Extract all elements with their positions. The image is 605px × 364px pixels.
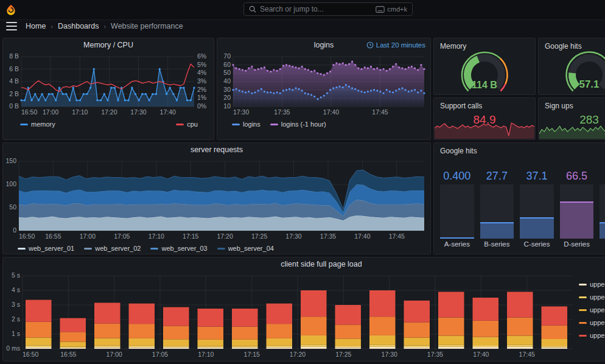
legend-item[interactable]: memory (20, 121, 55, 128)
svg-text:60: 60 (223, 61, 231, 68)
bar-gauge-column: 66.5 D-series (560, 170, 594, 250)
bar-gauge-bar (560, 184, 594, 239)
svg-text:2 s: 2 s (12, 315, 20, 323)
svg-text:17:40: 17:40 (354, 233, 370, 240)
svg-text:4%: 4% (197, 69, 206, 76)
svg-text:17:00: 17:00 (107, 351, 122, 358)
legend-item[interactable]: web_server_04 (217, 245, 274, 252)
legend-item[interactable]: web_server_02 (84, 245, 141, 252)
legend-item[interactable]: upper_90 (579, 319, 605, 326)
svg-text:16:50: 16:50 (19, 233, 35, 240)
panel-page-load: client side full page load 0 ms1 s2 s3 s… (2, 257, 605, 362)
legend-swatch-icon (150, 248, 158, 250)
clock-icon (366, 41, 374, 49)
bar-gauge-bar (600, 184, 605, 239)
breadcrumb-current-dashboard: Website performance (111, 22, 183, 30)
svg-text:6%: 6% (197, 52, 206, 60)
legend-item[interactable]: logins (-1 hour) (270, 121, 326, 128)
search-icon (249, 5, 256, 13)
bar-gauge-label (600, 240, 605, 250)
svg-text:150: 150 (5, 157, 16, 164)
panel-google-hits-bars: Google hits 0.400 A-series 27.7 B-series… (433, 142, 605, 254)
bar-gauge-label: A-series (440, 240, 474, 250)
legend-item[interactable]: web_server_03 (150, 245, 207, 252)
legend-item[interactable]: logins (232, 121, 261, 128)
svg-text:17:20: 17:20 (101, 108, 117, 116)
legend-swatch-icon (176, 124, 184, 125)
sign-ups-sparkline (539, 121, 605, 139)
bar-gauge-value: 27.7 (480, 170, 514, 184)
breadcrumb-dashboards[interactable]: Dashboards (58, 22, 99, 30)
svg-text:4 B: 4 B (9, 77, 19, 85)
top-navigation: Search or jump to... cmd+k (0, 0, 605, 20)
legend-swatch-icon (217, 248, 225, 250)
breadcrumb-home[interactable]: Home (26, 22, 46, 30)
svg-text:17:00: 17:00 (43, 108, 58, 116)
bar-gauge: 0.400 A-series 27.7 B-series 37.1 C-seri… (440, 170, 605, 250)
svg-text:1%: 1% (197, 94, 206, 101)
legend-swatch-icon (579, 296, 587, 298)
svg-text:17:40: 17:40 (323, 108, 339, 116)
svg-text:17:20: 17:20 (290, 351, 306, 358)
gauge-value: 114 B (434, 80, 535, 91)
svg-text:0 B: 0 B (9, 102, 19, 110)
memory-cpu-chart[interactable]: 0 B2 B4 B6 B8 B0%1%2%3%4%5%6%16:5017:001… (3, 52, 212, 116)
svg-text:0%: 0% (197, 102, 206, 110)
chevron-right-icon: › (103, 23, 106, 30)
legend-item[interactable]: upper_50 (579, 293, 605, 301)
breadcrumb: Home › Dashboards › Website performance (0, 19, 605, 33)
panel-title[interactable]: Memory (434, 38, 535, 51)
bar-gauge-label: D-series (560, 240, 594, 250)
svg-text:17:35: 17:35 (320, 233, 336, 240)
panel-time-range[interactable]: Last 20 minutes (366, 41, 425, 49)
svg-text:0: 0 (13, 226, 16, 234)
page-load-chart[interactable]: 0 ms1 s2 s3 s4 s5 s16:5016:5517:0017:051… (3, 271, 605, 359)
legend: memorycpu (3, 119, 214, 130)
svg-text:17:20: 17:20 (217, 233, 233, 240)
panel-title[interactable]: server requests (3, 143, 430, 156)
panel-title[interactable]: Sign ups (539, 98, 605, 110)
svg-text:40: 40 (223, 77, 231, 85)
support-calls-sparkline (435, 121, 534, 139)
panel-title[interactable]: Memory / CPU (3, 38, 214, 52)
bar-gauge-bar (520, 184, 554, 239)
legend-swatch-icon (579, 284, 587, 285)
legend-item[interactable]: web_server_01 (18, 245, 74, 252)
svg-text:5 s: 5 s (12, 271, 20, 279)
svg-text:2 B: 2 B (9, 90, 19, 97)
panel-logins: logins Last 20 minutes 1020304050607017:… (217, 38, 431, 140)
legend-swatch-icon (84, 248, 92, 250)
panel-title[interactable]: Google hits (434, 143, 605, 155)
svg-text:10: 10 (223, 102, 231, 110)
legend-swatch-icon (579, 335, 587, 337)
svg-text:16:55: 16:55 (60, 351, 76, 358)
svg-text:17:15: 17:15 (244, 351, 260, 358)
svg-text:16:55: 16:55 (45, 233, 61, 240)
bar-gauge-value (600, 170, 605, 184)
svg-text:1 s: 1 s (12, 330, 20, 337)
panel-title[interactable]: client side full page load (3, 257, 605, 271)
menu-icon[interactable] (6, 22, 17, 30)
svg-text:100: 100 (5, 180, 16, 187)
grafana-logo-icon[interactable] (5, 4, 17, 16)
legend: upper_25upper_50upper_75upper_90upper_95 (579, 281, 605, 339)
panel-memory-cpu: Memory / CPU 0 B2 B4 B6 B8 B0%1%2%3%4%5%… (2, 38, 214, 140)
panel-title[interactable]: Google hits (539, 38, 605, 51)
legend-swatch-icon (579, 322, 587, 324)
legend-item[interactable]: upper_95 (579, 332, 605, 339)
svg-text:16:50: 16:50 (23, 351, 38, 358)
panel-memory-gauge: Memory 114 B (433, 38, 536, 95)
legend-item[interactable]: cpu (176, 121, 198, 128)
search-input[interactable]: Search or jump to... cmd+k (243, 2, 413, 16)
svg-text:17:35: 17:35 (427, 351, 443, 358)
svg-text:17:45: 17:45 (372, 108, 388, 116)
svg-text:3 s: 3 s (12, 301, 20, 308)
legend-swatch-icon (18, 248, 26, 250)
keyboard-shortcut: cmd+k (376, 5, 407, 13)
legend-item[interactable]: upper_75 (579, 306, 605, 313)
panel-title[interactable]: Support calls (434, 98, 535, 110)
logins-chart[interactable]: 1020304050607017:3017:3517:4017:45 (217, 52, 429, 116)
legend-item[interactable]: upper_25 (579, 281, 605, 288)
svg-text:50: 50 (9, 203, 16, 211)
server-requests-chart[interactable]: 05010015016:5016:5517:0017:0517:1017:151… (3, 156, 429, 240)
